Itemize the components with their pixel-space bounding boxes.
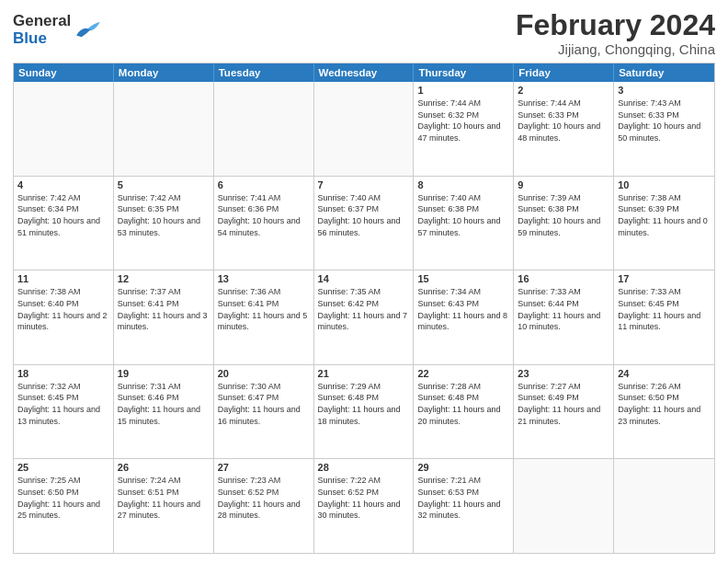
weekday-header-friday: Friday bbox=[514, 63, 614, 82]
weekday-header-tuesday: Tuesday bbox=[214, 63, 314, 82]
day-cell-8: 8Sunrise: 7:40 AMSunset: 6:38 PMDaylight… bbox=[414, 177, 514, 270]
day-info: Sunrise: 7:38 AMSunset: 6:40 PMDaylight:… bbox=[17, 286, 109, 332]
day-cell-14: 14Sunrise: 7:35 AMSunset: 6:42 PMDayligh… bbox=[314, 270, 415, 364]
day-number: 16 bbox=[518, 273, 609, 284]
day-cell-3: 3Sunrise: 7:43 AMSunset: 6:33 PMDaylight… bbox=[614, 82, 714, 176]
empty-cell bbox=[314, 82, 415, 176]
day-cell-13: 13Sunrise: 7:36 AMSunset: 6:41 PMDayligh… bbox=[214, 270, 314, 364]
weekday-header-thursday: Thursday bbox=[414, 63, 514, 82]
day-number: 22 bbox=[417, 368, 509, 379]
day-cell-18: 18Sunrise: 7:32 AMSunset: 6:45 PMDayligh… bbox=[14, 365, 114, 459]
day-cell-12: 12Sunrise: 7:37 AMSunset: 6:41 PMDayligh… bbox=[114, 270, 214, 364]
day-number: 10 bbox=[618, 179, 711, 190]
day-info: Sunrise: 7:40 AMSunset: 6:38 PMDaylight:… bbox=[417, 192, 509, 238]
day-cell-5: 5Sunrise: 7:42 AMSunset: 6:35 PMDaylight… bbox=[114, 177, 214, 270]
day-number: 6 bbox=[218, 179, 310, 190]
day-number: 25 bbox=[17, 462, 109, 473]
day-cell-4: 4Sunrise: 7:42 AMSunset: 6:34 PMDaylight… bbox=[14, 177, 114, 270]
day-number: 21 bbox=[318, 368, 410, 379]
day-cell-28: 28Sunrise: 7:22 AMSunset: 6:52 PMDayligh… bbox=[314, 459, 415, 553]
day-info: Sunrise: 7:43 AMSunset: 6:33 PMDaylight:… bbox=[618, 98, 711, 144]
day-info: Sunrise: 7:24 AMSunset: 6:51 PMDaylight:… bbox=[118, 475, 210, 521]
logo-bird-icon bbox=[74, 20, 100, 40]
empty-cell bbox=[214, 82, 314, 176]
day-cell-17: 17Sunrise: 7:33 AMSunset: 6:45 PMDayligh… bbox=[614, 270, 714, 364]
day-number: 18 bbox=[17, 368, 109, 379]
day-cell-20: 20Sunrise: 7:30 AMSunset: 6:47 PMDayligh… bbox=[214, 365, 314, 459]
day-info: Sunrise: 7:27 AMSunset: 6:49 PMDaylight:… bbox=[518, 381, 609, 427]
day-number: 13 bbox=[218, 273, 310, 284]
day-cell-27: 27Sunrise: 7:23 AMSunset: 6:52 PMDayligh… bbox=[214, 459, 314, 553]
day-info: Sunrise: 7:31 AMSunset: 6:46 PMDaylight:… bbox=[118, 381, 210, 427]
day-info: Sunrise: 7:39 AMSunset: 6:38 PMDaylight:… bbox=[518, 192, 609, 238]
day-cell-25: 25Sunrise: 7:25 AMSunset: 6:50 PMDayligh… bbox=[14, 459, 114, 553]
day-cell-6: 6Sunrise: 7:41 AMSunset: 6:36 PMDaylight… bbox=[214, 177, 314, 270]
day-number: 20 bbox=[218, 368, 310, 379]
weekday-header-wednesday: Wednesday bbox=[314, 63, 415, 82]
day-info: Sunrise: 7:33 AMSunset: 6:45 PMDaylight:… bbox=[618, 286, 711, 332]
day-info: Sunrise: 7:41 AMSunset: 6:36 PMDaylight:… bbox=[218, 192, 310, 238]
calendar-header: SundayMondayTuesdayWednesdayThursdayFrid… bbox=[14, 63, 714, 82]
day-number: 3 bbox=[618, 85, 711, 96]
day-cell-21: 21Sunrise: 7:29 AMSunset: 6:48 PMDayligh… bbox=[314, 365, 415, 459]
day-info: Sunrise: 7:23 AMSunset: 6:52 PMDaylight:… bbox=[218, 475, 310, 521]
day-cell-1: 1Sunrise: 7:44 AMSunset: 6:32 PMDaylight… bbox=[414, 82, 514, 176]
day-number: 8 bbox=[417, 179, 509, 190]
logo-general: General bbox=[13, 13, 71, 30]
day-info: Sunrise: 7:22 AMSunset: 6:52 PMDaylight:… bbox=[318, 475, 410, 521]
empty-cell bbox=[114, 82, 214, 176]
calendar-row-5: 25Sunrise: 7:25 AMSunset: 6:50 PMDayligh… bbox=[14, 458, 714, 553]
calendar-row-3: 11Sunrise: 7:38 AMSunset: 6:40 PMDayligh… bbox=[14, 270, 714, 364]
day-cell-11: 11Sunrise: 7:38 AMSunset: 6:40 PMDayligh… bbox=[14, 270, 114, 364]
weekday-header-saturday: Saturday bbox=[614, 63, 714, 82]
day-cell-7: 7Sunrise: 7:40 AMSunset: 6:37 PMDaylight… bbox=[314, 177, 415, 270]
day-cell-29: 29Sunrise: 7:21 AMSunset: 6:53 PMDayligh… bbox=[414, 459, 514, 553]
calendar: SundayMondayTuesdayWednesdayThursdayFrid… bbox=[13, 63, 715, 554]
logo: General Blue bbox=[13, 13, 100, 47]
day-number: 1 bbox=[417, 85, 509, 96]
day-info: Sunrise: 7:26 AMSunset: 6:50 PMDaylight:… bbox=[618, 381, 711, 427]
day-info: Sunrise: 7:34 AMSunset: 6:43 PMDaylight:… bbox=[417, 286, 509, 332]
day-info: Sunrise: 7:42 AMSunset: 6:35 PMDaylight:… bbox=[118, 192, 210, 238]
day-cell-19: 19Sunrise: 7:31 AMSunset: 6:46 PMDayligh… bbox=[114, 365, 214, 459]
empty-cell bbox=[514, 459, 614, 553]
day-number: 17 bbox=[618, 273, 711, 284]
logo-blue: Blue bbox=[13, 30, 71, 48]
day-number: 24 bbox=[618, 368, 711, 379]
day-cell-26: 26Sunrise: 7:24 AMSunset: 6:51 PMDayligh… bbox=[114, 459, 214, 553]
day-info: Sunrise: 7:42 AMSunset: 6:34 PMDaylight:… bbox=[17, 192, 109, 238]
day-info: Sunrise: 7:30 AMSunset: 6:47 PMDaylight:… bbox=[218, 381, 310, 427]
calendar-row-4: 18Sunrise: 7:32 AMSunset: 6:45 PMDayligh… bbox=[14, 364, 714, 459]
calendar-row-1: 1Sunrise: 7:44 AMSunset: 6:32 PMDaylight… bbox=[14, 82, 714, 176]
day-number: 4 bbox=[17, 179, 109, 190]
day-cell-24: 24Sunrise: 7:26 AMSunset: 6:50 PMDayligh… bbox=[614, 365, 714, 459]
calendar-body: 1Sunrise: 7:44 AMSunset: 6:32 PMDaylight… bbox=[14, 82, 714, 553]
day-info: Sunrise: 7:28 AMSunset: 6:48 PMDaylight:… bbox=[417, 381, 509, 427]
title-area: February 2024 Jijiang, Chongqing, China bbox=[516, 9, 715, 57]
day-number: 5 bbox=[118, 179, 210, 190]
day-number: 2 bbox=[518, 85, 609, 96]
day-number: 27 bbox=[218, 462, 310, 473]
calendar-location: Jijiang, Chongqing, China bbox=[516, 41, 715, 57]
day-info: Sunrise: 7:21 AMSunset: 6:53 PMDaylight:… bbox=[417, 475, 509, 521]
page: General Blue February 2024 Jijiang, Chon… bbox=[0, 0, 728, 563]
day-info: Sunrise: 7:35 AMSunset: 6:42 PMDaylight:… bbox=[318, 286, 410, 332]
empty-cell bbox=[614, 459, 714, 553]
day-number: 26 bbox=[118, 462, 210, 473]
day-info: Sunrise: 7:44 AMSunset: 6:33 PMDaylight:… bbox=[518, 98, 609, 144]
header: General Blue February 2024 Jijiang, Chon… bbox=[13, 9, 715, 57]
day-info: Sunrise: 7:33 AMSunset: 6:44 PMDaylight:… bbox=[518, 286, 609, 332]
day-number: 7 bbox=[318, 179, 410, 190]
empty-cell bbox=[14, 82, 114, 176]
day-info: Sunrise: 7:38 AMSunset: 6:39 PMDaylight:… bbox=[618, 192, 711, 238]
day-number: 28 bbox=[318, 462, 410, 473]
day-number: 14 bbox=[318, 273, 410, 284]
day-number: 9 bbox=[518, 179, 609, 190]
day-info: Sunrise: 7:37 AMSunset: 6:41 PMDaylight:… bbox=[118, 286, 210, 332]
calendar-row-2: 4Sunrise: 7:42 AMSunset: 6:34 PMDaylight… bbox=[14, 176, 714, 270]
day-cell-23: 23Sunrise: 7:27 AMSunset: 6:49 PMDayligh… bbox=[514, 365, 614, 459]
day-number: 23 bbox=[518, 368, 609, 379]
day-cell-16: 16Sunrise: 7:33 AMSunset: 6:44 PMDayligh… bbox=[514, 270, 614, 364]
day-cell-15: 15Sunrise: 7:34 AMSunset: 6:43 PMDayligh… bbox=[414, 270, 514, 364]
day-cell-10: 10Sunrise: 7:38 AMSunset: 6:39 PMDayligh… bbox=[614, 177, 714, 270]
